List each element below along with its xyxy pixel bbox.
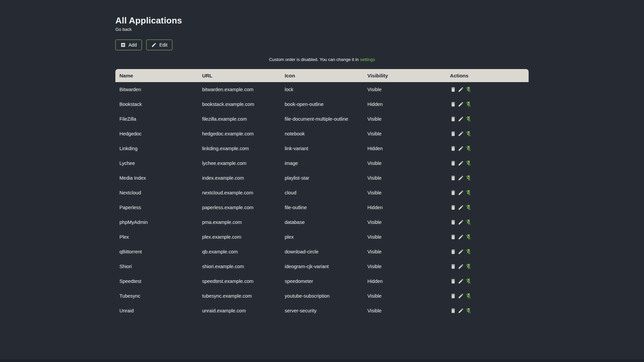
app-icon-cell: file-document-multiple-outline [281,112,363,126]
app-icon-cell: image [281,156,363,171]
edit-icon[interactable] [458,175,464,181]
delete-icon[interactable] [450,234,456,240]
delete-icon[interactable] [450,278,456,284]
pin-off-icon[interactable] [466,131,472,137]
edit-icon[interactable] [458,116,464,122]
app-actions-cell [446,230,529,244]
app-actions-cell [446,97,529,112]
app-url-cell: plex.example.com [198,230,280,244]
app-actions-cell [446,274,529,289]
app-visibility-cell: Hidden [363,141,446,156]
delete-icon[interactable] [450,263,456,269]
table-row: Plex plex.example.com plex Visible [115,230,529,244]
table-row: Linkding linkding.example.com link-varia… [115,141,529,156]
table-row: Lychee lychee.example.com image Visible [115,156,529,171]
app-actions-cell [446,259,529,274]
app-name-cell: FileZilla [115,112,198,126]
app-name-cell: phpMyAdmin [115,215,198,230]
pin-off-icon[interactable] [466,263,472,269]
pin-off-icon[interactable] [466,116,472,122]
delete-icon[interactable] [450,204,456,210]
edit-icon[interactable] [458,234,464,240]
app-icon-cell: notebook [281,126,363,141]
plus-box-icon [120,42,126,48]
edit-icon[interactable] [458,190,464,196]
app-actions-cell [446,185,529,200]
app-visibility-cell: Visible [363,259,446,274]
app-url-cell: shiori.example.com [198,259,280,274]
add-button[interactable]: Add [115,40,142,50]
edit-icon[interactable] [458,308,464,314]
delete-icon[interactable] [450,308,456,314]
app-icon-cell: book-open-outline [281,97,363,112]
table-row: Tubesync tubesync.example.com youtube-su… [115,289,529,303]
notice-text: Custom order is disabled. You can change… [269,57,359,62]
app-url-cell: pma.example.com [198,215,280,230]
pin-off-icon[interactable] [466,308,472,314]
app-name-cell: Paperless [115,200,198,215]
app-visibility-cell: Visible [363,244,446,259]
app-visibility-cell: Visible [363,230,446,244]
app-url-cell: unraid.example.com [198,303,280,318]
settings-link[interactable]: settings [360,57,375,62]
delete-icon[interactable] [450,145,456,152]
app-actions-cell [446,303,529,318]
delete-icon[interactable] [450,131,456,137]
app-url-cell: speedtest.example.com [198,274,280,289]
app-icon-cell: cloud [281,185,363,200]
table-row: Speedtest speedtest.example.com speedome… [115,274,529,289]
pin-off-icon[interactable] [466,160,472,166]
edit-button[interactable]: Edit [146,40,172,50]
app-visibility-cell: Visible [363,126,446,141]
app-visibility-cell: Visible [363,171,446,185]
app-url-cell: bitwarden.example.com [198,82,280,97]
pin-off-icon[interactable] [466,101,472,107]
edit-icon[interactable] [458,263,464,269]
column-header-actions: Actions [446,69,529,82]
pin-off-icon[interactable] [466,86,472,93]
app-name-cell: Media Index [115,171,198,185]
pin-off-icon[interactable] [466,204,472,210]
pin-off-icon[interactable] [466,175,472,181]
delete-icon[interactable] [450,190,456,196]
app-name-cell: Nextcloud [115,185,198,200]
edit-icon[interactable] [458,101,464,107]
edit-icon[interactable] [458,293,464,299]
app-url-cell: bookstack.example.com [198,97,280,112]
pin-off-icon[interactable] [466,145,472,152]
app-actions-cell [446,171,529,185]
table-row: Shiori shiori.example.com ideogram-cjk-v… [115,259,529,274]
app-actions-cell [446,82,529,97]
app-actions-cell [446,126,529,141]
edit-icon[interactable] [458,86,464,93]
edit-icon[interactable] [458,219,464,225]
applications-page: All Applications Go back Add Edit Custom… [115,0,529,318]
app-icon-cell: speedometer [281,274,363,289]
app-name-cell: Hedgedoc [115,126,198,141]
delete-icon[interactable] [450,293,456,299]
edit-button-label: Edit [159,42,167,48]
edit-icon[interactable] [458,249,464,255]
pin-off-icon[interactable] [466,234,472,240]
delete-icon[interactable] [450,175,456,181]
edit-icon[interactable] [458,278,464,284]
go-back-link[interactable]: Go back [115,27,131,32]
pin-off-icon[interactable] [466,190,472,196]
edit-icon[interactable] [458,160,464,166]
app-actions-cell [446,112,529,126]
pin-off-icon[interactable] [466,293,472,299]
delete-icon[interactable] [450,116,456,122]
app-url-cell: nextcloud.example.com [198,185,280,200]
pin-off-icon[interactable] [466,219,472,225]
edit-icon[interactable] [458,131,464,137]
delete-icon[interactable] [450,160,456,166]
app-visibility-cell: Visible [363,303,446,318]
delete-icon[interactable] [450,249,456,255]
pin-off-icon[interactable] [466,278,472,284]
edit-icon[interactable] [458,204,464,210]
edit-icon[interactable] [458,145,464,152]
delete-icon[interactable] [450,86,456,93]
pin-off-icon[interactable] [466,249,472,255]
delete-icon[interactable] [450,219,456,225]
delete-icon[interactable] [450,101,456,107]
